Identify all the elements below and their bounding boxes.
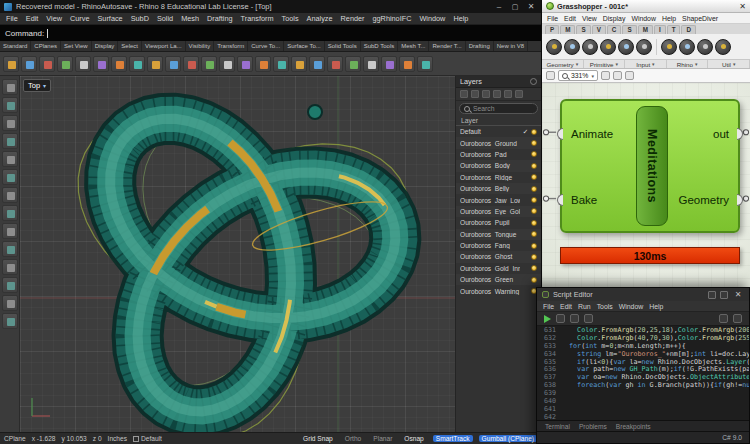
layer-visibility-bulb-icon[interactable] xyxy=(531,186,537,192)
toolbar-icon[interactable] xyxy=(345,56,361,72)
menu-item[interactable]: Drafting xyxy=(207,14,233,23)
toolbar-tab[interactable]: Select xyxy=(118,41,142,51)
ribbon-tab[interactable]: M xyxy=(560,25,575,34)
toolbar-tab[interactable]: Visibility xyxy=(186,41,215,51)
close-button[interactable] xyxy=(732,290,744,299)
toolbar-icon[interactable] xyxy=(147,56,163,72)
wire-endpoint[interactable] xyxy=(543,130,548,135)
toolbar-tab[interactable]: Render T... xyxy=(429,41,465,51)
input-nub[interactable] xyxy=(557,194,563,206)
layer-row[interactable]: Ouroboros_Gold_Inner xyxy=(456,263,541,274)
canvas-tool-icon[interactable] xyxy=(625,71,634,80)
wire-endpoint[interactable] xyxy=(743,130,748,135)
menu-item[interactable]: Help xyxy=(453,14,468,23)
toolbar-icon[interactable] xyxy=(363,56,379,72)
toolbar-icon[interactable] xyxy=(75,56,91,72)
side-toolbar-icon[interactable] xyxy=(2,205,18,221)
layer-row[interactable]: Ouroboros_Tongue xyxy=(456,229,541,240)
side-toolbar-icon[interactable] xyxy=(2,79,18,95)
menu-item[interactable]: ShapeDiver xyxy=(682,15,718,22)
toolbar-tab[interactable]: Standard xyxy=(0,41,31,51)
output-label[interactable]: out xyxy=(713,128,729,140)
menu-item[interactable]: Run xyxy=(578,303,591,310)
move-up-icon[interactable] xyxy=(493,90,501,98)
component-icon[interactable] xyxy=(636,39,652,55)
output-label[interactable]: Geometry xyxy=(679,194,730,206)
menu-item[interactable]: Edit xyxy=(564,15,576,22)
viewport-top[interactable]: Top xyxy=(20,76,455,432)
menu-item[interactable]: Window xyxy=(631,15,656,22)
ribbon-group-label[interactable]: Input xyxy=(625,60,667,68)
layer-row[interactable]: Ouroboros_Jaw_Lower xyxy=(456,194,541,205)
bottom-tab[interactable]: Problems xyxy=(579,423,607,430)
status-toggle[interactable]: Planar xyxy=(370,435,395,442)
toolbar-icon[interactable] xyxy=(201,56,217,72)
layer-column-header[interactable]: Layer xyxy=(456,116,541,126)
toolbar-icon[interactable] xyxy=(327,56,343,72)
delete-layer-icon[interactable] xyxy=(482,90,490,98)
toolbar-icon[interactable] xyxy=(111,56,127,72)
ribbon-tab[interactable]: S xyxy=(622,25,636,34)
menu-item[interactable]: Help xyxy=(649,303,663,310)
menu-item[interactable]: ggRhinoIFC xyxy=(373,14,412,23)
viewport-label[interactable]: Top xyxy=(23,79,51,92)
layer-row[interactable]: Ouroboros_Ridge xyxy=(456,172,541,183)
menu-item[interactable]: Render xyxy=(341,14,365,23)
ribbon-tab[interactable]: P xyxy=(545,25,559,34)
language-badge[interactable]: C# 9.0 xyxy=(722,434,742,441)
layer-row[interactable]: Ouroboros_Belly xyxy=(456,183,541,194)
menu-item[interactable]: Tools xyxy=(597,303,613,310)
menu-item[interactable]: Surface xyxy=(98,14,123,23)
side-toolbar-icon[interactable] xyxy=(2,115,18,131)
toolbar-tab[interactable]: Set View xyxy=(61,41,92,51)
toolbar-icon[interactable] xyxy=(291,56,307,72)
new-sublayer-icon[interactable] xyxy=(471,90,479,98)
close-icon[interactable] xyxy=(739,2,746,11)
side-toolbar-icon[interactable] xyxy=(2,97,18,113)
side-toolbar-icon[interactable] xyxy=(2,133,18,149)
toolbar-tab[interactable]: Transform xyxy=(214,41,248,51)
toolbar-tab[interactable]: SubD Tools xyxy=(361,41,399,51)
menu-item[interactable]: Edit xyxy=(26,14,39,23)
component-icon[interactable] xyxy=(661,39,677,55)
layer-visibility-bulb-icon[interactable] xyxy=(531,265,537,271)
save-icon[interactable] xyxy=(556,314,565,323)
layer-row[interactable]: Ouroboros_Body xyxy=(456,160,541,171)
gear-icon[interactable] xyxy=(530,78,537,85)
layer-visibility-bulb-icon[interactable] xyxy=(531,277,537,283)
run-script-icon[interactable] xyxy=(544,315,551,323)
side-toolbar-icon[interactable] xyxy=(2,223,18,239)
layer-visibility-bulb-icon[interactable] xyxy=(531,163,537,169)
meditations-component[interactable]: Animate Bake out Geometry Meditations xyxy=(560,99,740,233)
status-toggle[interactable]: Gumball (CPlane) xyxy=(479,435,537,442)
ribbon-tab[interactable]: C xyxy=(607,25,622,34)
layer-row[interactable]: Ouroboros_Green xyxy=(456,274,541,285)
side-toolbar-icon[interactable] xyxy=(2,241,18,257)
dock-icon[interactable] xyxy=(720,291,728,299)
wire-endpoint[interactable] xyxy=(543,196,548,201)
toolbar-icon[interactable] xyxy=(255,56,271,72)
toolbar-icon[interactable] xyxy=(273,56,289,72)
layer-search-input[interactable] xyxy=(473,105,533,112)
menu-item[interactable]: Curve xyxy=(70,14,89,23)
layer-visibility-bulb-icon[interactable] xyxy=(531,254,537,260)
toolbar-icon[interactable] xyxy=(21,56,37,72)
canvas-tool-icon[interactable] xyxy=(546,71,555,80)
toolbar-icon[interactable] xyxy=(3,56,19,72)
toolbar-icon[interactable] xyxy=(183,56,199,72)
ribbon-group-label[interactable]: Primitive xyxy=(584,60,626,68)
component-icon[interactable] xyxy=(546,39,562,55)
move-down-icon[interactable] xyxy=(504,90,512,98)
menu-item[interactable]: Mesh xyxy=(181,14,199,23)
layer-row[interactable]: Default ✓ xyxy=(456,126,541,137)
side-toolbar-icon[interactable] xyxy=(2,187,18,203)
toolbar-icon[interactable] xyxy=(93,56,109,72)
layer-row[interactable]: Ouroboros_Pad xyxy=(456,149,541,160)
ribbon-tab[interactable]: I xyxy=(654,25,666,34)
more-options-icon[interactable] xyxy=(733,314,742,323)
filter-icon[interactable] xyxy=(515,90,523,98)
ribbon-tab[interactable]: T xyxy=(667,25,681,34)
layer-visibility-bulb-icon[interactable] xyxy=(531,243,537,249)
zoom-control[interactable]: 331% xyxy=(558,70,598,81)
open-icon[interactable] xyxy=(570,314,579,323)
